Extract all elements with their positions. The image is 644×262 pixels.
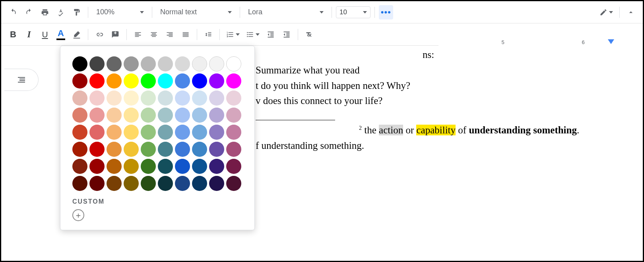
numbered-list-button[interactable] — [224, 27, 242, 42]
color-swatch[interactable] — [226, 142, 241, 157]
color-swatch[interactable] — [175, 159, 190, 174]
color-swatch[interactable] — [107, 91, 122, 106]
color-swatch[interactable] — [124, 125, 139, 140]
color-swatch[interactable] — [124, 91, 139, 106]
color-swatch[interactable] — [72, 73, 87, 89]
color-swatch[interactable] — [209, 91, 224, 106]
align-left-button[interactable] — [131, 27, 145, 42]
paint-format-button[interactable] — [70, 5, 84, 19]
color-swatch[interactable] — [124, 73, 139, 89]
add-comment-button[interactable] — [108, 27, 122, 42]
color-swatch[interactable] — [89, 56, 105, 71]
color-swatch[interactable] — [209, 142, 224, 157]
font-family-dropdown[interactable]: Lora — [244, 5, 328, 19]
color-swatch[interactable] — [192, 56, 207, 71]
color-swatch[interactable] — [72, 142, 87, 157]
color-swatch[interactable] — [141, 159, 156, 174]
color-swatch[interactable] — [72, 91, 87, 106]
add-custom-color-button[interactable]: ＋ — [72, 209, 84, 221]
color-swatch[interactable] — [192, 73, 207, 89]
color-swatch[interactable] — [141, 108, 156, 123]
color-swatch[interactable] — [158, 91, 173, 106]
bulleted-list-button[interactable] — [244, 27, 262, 42]
color-swatch[interactable] — [89, 73, 105, 89]
color-swatch[interactable] — [226, 91, 241, 106]
text-color-button[interactable]: A — [54, 27, 68, 42]
color-swatch[interactable] — [175, 176, 190, 191]
color-swatch[interactable] — [89, 159, 105, 174]
print-button[interactable] — [38, 5, 52, 19]
color-swatch[interactable] — [158, 108, 173, 123]
align-justify-button[interactable] — [178, 27, 193, 42]
color-swatch[interactable] — [226, 108, 241, 123]
color-swatch[interactable] — [192, 142, 207, 157]
color-swatch[interactable] — [209, 56, 224, 71]
color-swatch[interactable] — [141, 125, 156, 140]
color-swatch[interactable] — [158, 73, 173, 89]
paragraph-style-dropdown[interactable]: Normal text — [156, 5, 236, 19]
color-swatch[interactable] — [107, 176, 122, 191]
redo-button[interactable] — [22, 5, 36, 19]
color-swatch[interactable] — [209, 176, 224, 191]
underline-button[interactable]: U — [38, 27, 52, 42]
show-outline-button[interactable] — [4, 69, 39, 91]
color-swatch[interactable] — [226, 73, 241, 89]
color-swatch[interactable] — [141, 176, 156, 191]
color-swatch[interactable] — [141, 142, 156, 157]
color-swatch[interactable] — [158, 56, 173, 71]
color-swatch[interactable] — [107, 125, 122, 140]
color-swatch[interactable] — [107, 142, 122, 157]
color-swatch[interactable] — [107, 159, 122, 174]
color-swatch[interactable] — [192, 176, 207, 191]
undo-button[interactable] — [6, 5, 20, 19]
color-swatch[interactable] — [107, 108, 122, 123]
align-right-button[interactable] — [163, 27, 177, 42]
color-swatch[interactable] — [192, 159, 207, 174]
color-swatch[interactable] — [124, 108, 139, 123]
bold-button[interactable]: B — [6, 27, 20, 42]
color-swatch[interactable] — [124, 56, 139, 71]
color-swatch[interactable] — [124, 176, 139, 191]
color-swatch[interactable] — [226, 159, 241, 174]
color-swatch[interactable] — [226, 176, 241, 191]
color-swatch[interactable] — [175, 108, 190, 123]
color-swatch[interactable] — [192, 91, 207, 106]
color-swatch[interactable] — [107, 73, 122, 89]
color-swatch[interactable] — [141, 73, 156, 89]
collapse-toolbar-button[interactable] — [624, 5, 638, 19]
color-swatch[interactable] — [158, 125, 173, 140]
color-swatch[interactable] — [158, 176, 173, 191]
color-swatch[interactable] — [192, 108, 207, 123]
color-swatch[interactable] — [89, 91, 105, 106]
color-swatch[interactable] — [192, 125, 207, 140]
ruler-indent-marker[interactable] — [608, 39, 614, 44]
color-swatch[interactable] — [89, 108, 105, 123]
color-swatch[interactable] — [89, 125, 105, 140]
color-swatch[interactable] — [141, 91, 156, 106]
color-swatch[interactable] — [124, 159, 139, 174]
italic-button[interactable]: I — [22, 27, 36, 42]
color-swatch[interactable] — [89, 176, 105, 191]
decrease-indent-button[interactable] — [264, 27, 278, 42]
color-swatch[interactable] — [72, 108, 87, 123]
color-swatch[interactable] — [209, 125, 224, 140]
color-swatch[interactable] — [72, 176, 87, 191]
color-swatch[interactable] — [209, 73, 224, 89]
color-swatch[interactable] — [209, 108, 224, 123]
more-button[interactable]: ••• — [379, 5, 393, 19]
color-swatch[interactable] — [158, 142, 173, 157]
color-swatch[interactable] — [226, 56, 241, 71]
color-swatch[interactable] — [175, 142, 190, 157]
color-swatch[interactable] — [209, 159, 224, 174]
font-size-input[interactable]: 10 — [336, 6, 370, 18]
increase-indent-button[interactable] — [279, 27, 294, 42]
color-swatch[interactable] — [141, 56, 156, 71]
color-swatch[interactable] — [175, 125, 190, 140]
color-swatch[interactable] — [72, 159, 87, 174]
color-swatch[interactable] — [107, 56, 122, 71]
color-swatch[interactable] — [158, 159, 173, 174]
line-spacing-button[interactable] — [201, 27, 215, 42]
insert-link-button[interactable] — [92, 27, 107, 42]
spellcheck-button[interactable] — [54, 5, 68, 19]
color-swatch[interactable] — [175, 91, 190, 106]
